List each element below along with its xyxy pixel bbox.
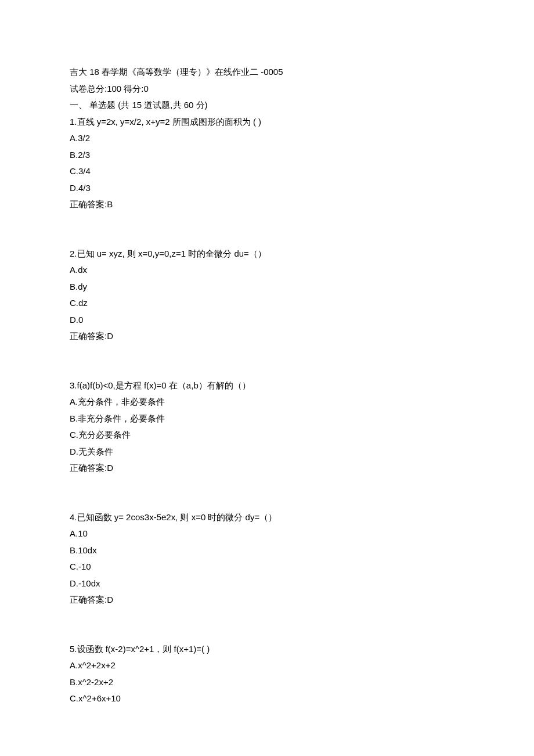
- question-option: C.充分必要条件: [70, 427, 464, 444]
- question-option: A.10: [70, 525, 464, 542]
- spacer: [70, 609, 464, 641]
- question-answer: 正确答案:D: [70, 328, 464, 345]
- document-page: 吉大 18 春学期《高等数学（理专）》在线作业二 -0005 试卷总分:100 …: [0, 0, 534, 742]
- question-answer: 正确答案:D: [70, 592, 464, 609]
- question-stem: 3.f(a)f(b)<0,是方程 f(x)=0 在（a,b）有解的（）: [70, 377, 464, 394]
- question-option: D.4/3: [70, 180, 464, 197]
- question-option: B.非充分条件，必要条件: [70, 411, 464, 427]
- question-2: 2.已知 u= xyz, 则 x=0,y=0,z=1 时的全微分 du=（） A…: [70, 246, 464, 345]
- question-stem: 4.已知函数 y= 2cos3x-5e2x, 则 x=0 时的微分 dy=（）: [70, 509, 464, 526]
- spacer: [70, 345, 464, 377]
- header-block: 吉大 18 春学期《高等数学（理专）》在线作业二 -0005 试卷总分:100 …: [70, 64, 464, 114]
- question-option: A.dx: [70, 262, 464, 279]
- question-option: C.dz: [70, 295, 464, 312]
- question-option: A.3/2: [70, 130, 464, 147]
- score-line: 试卷总分:100 得分:0: [70, 81, 464, 98]
- question-option: C.-10: [70, 559, 464, 575]
- question-option: B.dy: [70, 279, 464, 296]
- question-stem: 5.设函数 f(x-2)=x^2+1，则 f(x+1)=( ): [70, 641, 464, 658]
- question-4: 4.已知函数 y= 2cos3x-5e2x, 则 x=0 时的微分 dy=（） …: [70, 509, 464, 609]
- question-option: B.x^2-2x+2: [70, 674, 464, 691]
- question-option: A.充分条件，非必要条件: [70, 394, 464, 411]
- question-stem: 1.直线 y=2x, y=x/2, x+y=2 所围成图形的面积为 ( ): [70, 114, 464, 131]
- question-5: 5.设函数 f(x-2)=x^2+1，则 f(x+1)=( ) A.x^2+2x…: [70, 641, 464, 707]
- question-answer: 正确答案:B: [70, 196, 464, 213]
- question-option: C.3/4: [70, 163, 464, 180]
- question-1: 1.直线 y=2x, y=x/2, x+y=2 所围成图形的面积为 ( ) A.…: [70, 114, 464, 213]
- course-title: 吉大 18 春学期《高等数学（理专）》在线作业二 -0005: [70, 64, 464, 81]
- question-stem: 2.已知 u= xyz, 则 x=0,y=0,z=1 时的全微分 du=（）: [70, 246, 464, 262]
- spacer: [70, 213, 464, 246]
- question-option: A.x^2+2x+2: [70, 657, 464, 674]
- question-option: D.0: [70, 312, 464, 329]
- question-answer: 正确答案:D: [70, 460, 464, 477]
- section-heading: 一、 单选题 (共 15 道试题,共 60 分): [70, 97, 464, 114]
- question-option: D.无关条件: [70, 444, 464, 460]
- question-option: B.2/3: [70, 147, 464, 164]
- question-option: C.x^2+6x+10: [70, 690, 464, 707]
- question-option: D.-10dx: [70, 575, 464, 592]
- question-3: 3.f(a)f(b)<0,是方程 f(x)=0 在（a,b）有解的（） A.充分…: [70, 377, 464, 477]
- spacer: [70, 477, 464, 509]
- question-option: B.10dx: [70, 542, 464, 559]
